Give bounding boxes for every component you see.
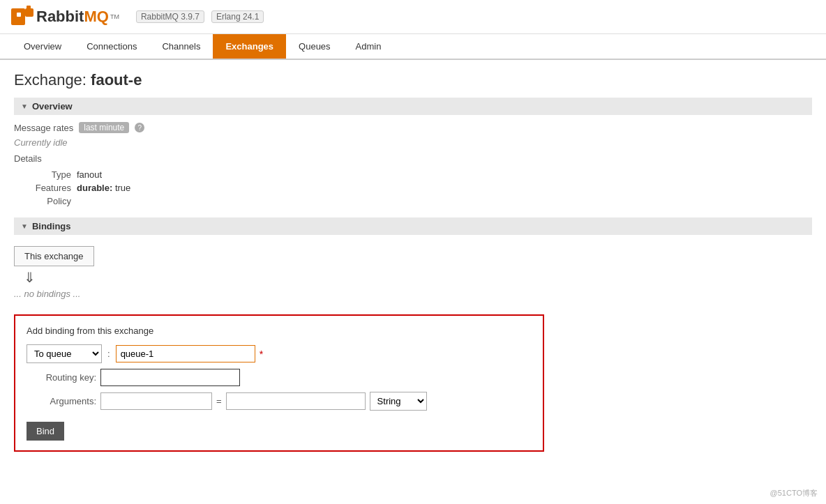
main-nav: Overview Connections Channels Exchanges … [0,34,826,60]
queue-name-input[interactable] [116,345,255,362]
nav-admin[interactable]: Admin [343,34,394,59]
this-exchange-box: This exchange [14,246,94,266]
string-type-select[interactable]: String Boolean Number List [370,392,427,411]
details-features-row: Features durable: true [28,183,812,193]
overview-section: ▼ Overview Message rates last minute ? C… [14,98,812,206]
overview-section-title: Overview [32,101,73,112]
routing-key-label: Routing key: [27,372,96,383]
required-star: * [260,349,263,360]
rabbitmq-logo-icon [11,6,33,28]
version-info: RabbitMQ 3.9.7 Erlang 24.1 [136,10,264,23]
overview-section-header[interactable]: ▼ Overview [14,98,812,115]
no-bindings-text: ... no bindings ... [14,289,812,299]
last-minute-badge[interactable]: last minute [79,122,129,133]
to-queue-select[interactable]: To queue To exchange [27,344,102,363]
add-binding-title: Add binding from this exchange [27,326,532,336]
routing-key-input[interactable] [100,369,240,386]
bind-button[interactable]: Bind [27,422,64,441]
features-key: Features [28,183,77,193]
features-val: true [112,183,130,193]
equals-sign: = [216,396,222,406]
bindings-section-title: Bindings [32,221,71,231]
routing-key-row: Routing key: [27,369,532,386]
policy-key: Policy [28,196,77,206]
erlang-version: Erlang 24.1 [211,10,264,23]
bindings-content: This exchange ⇓ ... no bindings ... [14,242,812,303]
page-title: Exchange: faout-e [14,71,812,89]
currently-idle: Currently idle [14,137,812,148]
features-value: durable: true [77,183,130,193]
features-bold: durable: [77,183,112,193]
logo-mq: MQ [84,8,108,26]
svg-rect-3 [17,13,21,17]
details-label: Details [14,153,812,164]
header: RabbitMQTM RabbitMQ 3.9.7 Erlang 24.1 [0,0,826,34]
nav-exchanges[interactable]: Exchanges [213,34,286,59]
bindings-section: ▼ Bindings This exchange ⇓ ... no bindin… [14,217,812,303]
arguments-label: Arguments: [27,396,96,406]
details-table: Type fanout Features durable: true Polic… [28,169,812,206]
message-rates-label: Message rates [14,123,73,133]
add-binding-section: Add binding from this exchange To queue … [14,314,544,452]
nav-overview[interactable]: Overview [11,34,74,59]
arrows-down-icon: ⇓ [24,269,812,286]
details-policy-row: Policy [28,196,812,206]
overview-arrow-icon: ▼ [21,102,28,110]
to-queue-row: To queue To exchange : * [27,344,532,363]
type-value: fanout [77,169,102,180]
nav-channels[interactable]: Channels [149,34,213,59]
rabbitmq-version: RabbitMQ 3.9.7 [136,10,204,23]
colon-separator: : [107,349,110,359]
page-title-prefix: Exchange: [14,71,91,89]
page-content: Exchange: faout-e ▼ Overview Message rat… [0,60,826,463]
bindings-arrow-icon: ▼ [21,222,28,230]
arguments-row: Arguments: = String Boolean Number List [27,392,532,411]
arguments-key-input[interactable] [100,392,212,410]
nav-queues[interactable]: Queues [286,34,343,59]
help-icon[interactable]: ? [135,123,144,132]
nav-connections[interactable]: Connections [74,34,149,59]
details-type-row: Type fanout [28,169,812,180]
logo-tm: TM [110,13,119,20]
arguments-value-input[interactable] [226,392,366,410]
bindings-section-header[interactable]: ▼ Bindings [14,217,812,235]
type-key: Type [28,169,77,180]
logo: RabbitMQTM [11,6,119,28]
logo-rabbit: Rabbit [36,8,84,26]
exchange-name: faout-e [91,71,142,89]
svg-rect-2 [27,6,31,11]
message-rates-row: Message rates last minute ? [14,122,812,133]
